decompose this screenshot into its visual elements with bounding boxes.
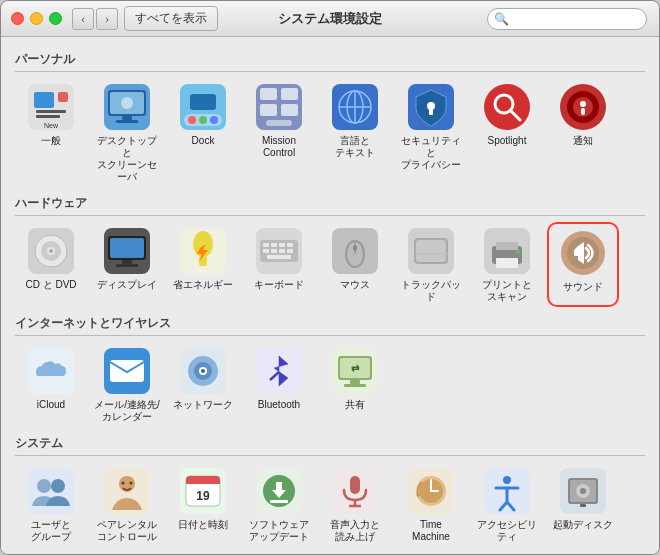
item-dock[interactable]: Dock (167, 78, 239, 187)
icon-dictation (330, 466, 380, 516)
icon-display (102, 226, 152, 276)
item-dictation[interactable]: 音声入力と 読み上げ (319, 462, 391, 547)
label-keyboard: キーボード (254, 279, 304, 291)
svg-point-77 (516, 250, 520, 254)
icon-print (482, 226, 532, 276)
label-dock: Dock (192, 135, 215, 147)
item-icloud[interactable]: iCloud (15, 342, 87, 427)
label-timemachine: Time Machine (412, 519, 450, 543)
item-mission[interactable]: Mission Control (243, 78, 315, 187)
svg-rect-22 (281, 104, 298, 116)
svg-rect-4 (58, 92, 68, 102)
svg-point-44 (49, 249, 53, 253)
icon-cddvd (26, 226, 76, 276)
svg-point-38 (580, 101, 586, 107)
maximize-button[interactable] (49, 12, 62, 25)
svg-rect-56 (271, 243, 277, 247)
item-startup[interactable]: 起動ディスク (547, 462, 619, 547)
item-keyboard[interactable]: キーボード (243, 222, 315, 307)
svg-rect-57 (279, 243, 285, 247)
svg-rect-17 (190, 94, 216, 110)
item-sharing[interactable]: ⇄ 共有 (319, 342, 391, 427)
search-input[interactable] (487, 8, 647, 30)
forward-button[interactable]: › (96, 8, 118, 30)
svg-rect-71 (416, 240, 446, 262)
item-users[interactable]: ユーザと グループ (15, 462, 87, 547)
section-system-label: システム (15, 435, 645, 456)
label-icloud: iCloud (37, 399, 65, 411)
minimize-button[interactable] (30, 12, 43, 25)
svg-rect-62 (287, 249, 293, 253)
section-internet-grid: iCloud メール/連絡先/ カレンダー (15, 342, 645, 427)
svg-point-16 (210, 116, 218, 124)
item-spotlight[interactable]: Spotlight (471, 78, 543, 187)
svg-rect-39 (581, 108, 585, 115)
svg-text:New: New (44, 122, 59, 129)
main-window: ‹ › すべてを表示 システム環境設定 🔍 パーソナル (0, 0, 660, 555)
svg-rect-1 (34, 92, 54, 108)
label-datetime: 日付と時刻 (178, 519, 228, 531)
window-title: システム環境設定 (278, 10, 382, 28)
item-parental[interactable]: ペアレンタル コントロール (91, 462, 163, 547)
svg-rect-47 (110, 238, 144, 258)
item-trackpad[interactable]: トラックパッド (395, 222, 467, 307)
svg-point-101 (122, 482, 125, 485)
item-cddvd[interactable]: CD と DVD (15, 222, 87, 307)
item-bluetooth[interactable]: Bluetooth (243, 342, 315, 427)
section-personal-grid: New 一般 デスクトップと スクリーンセーバ (15, 78, 645, 187)
item-desktop[interactable]: デスクトップと スクリーンセーバ (91, 78, 163, 187)
icon-timemachine (406, 466, 456, 516)
section-system-grid: ユーザと グループ ペアレンタル コントロール (15, 462, 645, 547)
icon-mouse (330, 226, 380, 276)
item-energy[interactable]: 省エネルギー (167, 222, 239, 307)
item-notification[interactable]: 通知 (547, 78, 619, 187)
show-all-button[interactable]: すべてを表示 (124, 6, 218, 31)
item-display[interactable]: ディスプレイ (91, 222, 163, 307)
item-security[interactable]: セキュリティと プライバシー (395, 78, 467, 187)
icon-parental (102, 466, 152, 516)
svg-point-121 (503, 476, 511, 484)
item-mouse[interactable]: マウス (319, 222, 391, 307)
item-general[interactable]: New 一般 (15, 78, 87, 187)
icon-sharing: ⇄ (330, 346, 380, 396)
item-language[interactable]: 言語と テキスト (319, 78, 391, 187)
icon-startup (558, 466, 608, 516)
label-dictation: 音声入力と 読み上げ (330, 519, 380, 543)
icon-software (254, 466, 304, 516)
svg-point-11 (121, 97, 133, 109)
item-network[interactable]: ネットワーク (167, 342, 239, 427)
svg-rect-94 (344, 384, 366, 387)
item-timemachine[interactable]: Time Machine (395, 462, 467, 547)
icon-spotlight (482, 82, 532, 132)
label-network: ネットワーク (173, 399, 233, 411)
svg-rect-112 (350, 476, 360, 494)
content-area: パーソナル New 一般 (1, 37, 659, 554)
label-desktop: デスクトップと スクリーンセーバ (93, 135, 161, 183)
svg-rect-49 (116, 264, 138, 267)
icon-keyboard (254, 226, 304, 276)
svg-rect-23 (266, 120, 292, 126)
back-button[interactable]: ‹ (72, 8, 94, 30)
icon-notification (558, 82, 608, 132)
label-general: 一般 (41, 135, 61, 147)
svg-point-126 (580, 488, 586, 494)
label-accessibility: アクセシビリティ (473, 519, 541, 543)
search-box: 🔍 (487, 8, 647, 30)
close-button[interactable] (11, 12, 24, 25)
svg-rect-21 (260, 104, 277, 116)
item-datetime[interactable]: 19 日付と時刻 (167, 462, 239, 547)
item-sound[interactable]: サウンド (547, 222, 619, 307)
icon-energy (178, 226, 228, 276)
icon-desktop (102, 82, 152, 132)
label-mouse: マウス (340, 279, 370, 291)
svg-point-30 (427, 102, 435, 110)
svg-rect-52 (199, 256, 207, 266)
item-print[interactable]: プリントと スキャン (471, 222, 543, 307)
label-mission: Mission Control (262, 135, 296, 159)
item-mail[interactable]: メール/連絡先/ カレンダー (91, 342, 163, 427)
section-hardware-grid: CD と DVD ディスプレイ (15, 222, 645, 307)
icon-bluetooth (254, 346, 304, 396)
item-accessibility[interactable]: アクセシビリティ (471, 462, 543, 547)
item-software[interactable]: ソフトウェア アップデート (243, 462, 315, 547)
svg-point-87 (201, 369, 205, 373)
